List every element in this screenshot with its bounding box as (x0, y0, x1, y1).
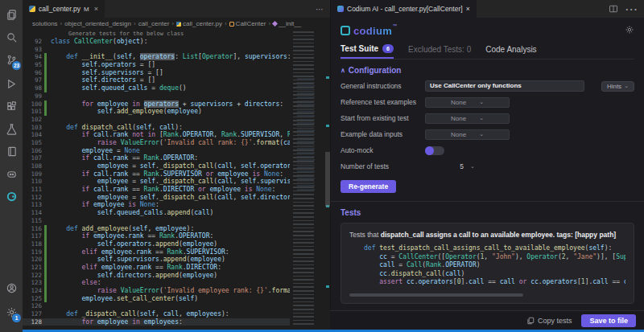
search-icon[interactable] (0, 27, 23, 47)
codium-icon[interactable] (0, 186, 23, 206)
code-line[interactable]: 126 (23, 302, 290, 310)
trademark: ™ (392, 23, 397, 28)
code-line[interactable]: 123 else: (23, 279, 290, 287)
assistant-icon[interactable] (0, 164, 23, 183)
run-debug-icon[interactable] (0, 74, 23, 93)
code-line[interactable]: 111 if call.rank == Rank.DIRECTOR or emp… (23, 186, 290, 194)
panel-settings-gear-icon[interactable] (625, 23, 634, 38)
scm-badge: 23 (12, 61, 21, 70)
example-data-inputs-select[interactable]: None ⌄ (425, 129, 510, 140)
breadcrumb-separator: › (134, 20, 136, 27)
codelens-generate-tests[interactable]: Generate tests for the below class (23, 30, 330, 38)
config-row-num-tests: Number of tests 5 ⌄ (341, 161, 634, 172)
code-line[interactable]: 121 elif employee.rank == Rank.DIRECTOR: (23, 264, 290, 272)
codium-panel-body: codium ™ Test Suite 6 Excluded Tests: 0 … (331, 18, 644, 308)
tab-code-analysis[interactable]: Code Analysis (485, 40, 536, 59)
config-row-automock: Auto-mock (341, 145, 634, 156)
code-line[interactable]: 108 employee = self._dispatch_call(call,… (23, 162, 290, 170)
code-line[interactable]: 105 raise ValueError('Invalid call rank:… (23, 139, 290, 147)
code-line[interactable]: 120 self.supervisors.append(employee) (23, 256, 290, 264)
more-actions-ellipsis-icon[interactable]: ⋯ (625, 2, 638, 17)
code-line[interactable]: 127 def _dispatch_call(self, call, emplo… (23, 310, 290, 318)
code-line[interactable]: 122 self.directors.append(employee) (23, 272, 290, 280)
codium-panel-tab[interactable]: Codium AI - call_center.py[CallCenter] × (331, 0, 477, 18)
code-line[interactable]: 92class CallCenter(object): (23, 38, 290, 46)
chevron-down-icon: ⌄ (479, 99, 484, 105)
auto-mock-label: Auto-mock (341, 146, 425, 154)
editor-tab[interactable]: call_center.py M × (23, 0, 105, 18)
code-line[interactable]: 112 employee = self._dispatch_call(call,… (23, 194, 290, 202)
hints-button[interactable]: Hints ⌄ (601, 81, 634, 92)
test-code-line: def test_dispatch_call_assigns_call_to_a… (364, 244, 625, 253)
code-line[interactable]: 100 for employee in operators + supervis… (23, 100, 290, 109)
account-icon[interactable] (0, 278, 23, 297)
configuration-section-header[interactable]: ∧ Configuration (341, 66, 634, 75)
breadcrumb[interactable]: solutions›object_oriented_design›call_ce… (23, 18, 330, 30)
code-line[interactable]: 96 self.supervisors = [] (23, 69, 290, 77)
code-line[interactable]: 128 for employee in employees: (23, 318, 290, 326)
test-card[interactable]: Tests that dispatch_call assigns a call … (341, 223, 634, 304)
code-line[interactable]: 114 self.queued_calls.append(call) (23, 209, 290, 217)
code-line[interactable]: 116 def add_employee(self, employee): (23, 225, 290, 233)
tab-test-suite[interactable]: Test Suite 6 (341, 40, 394, 59)
close-icon[interactable]: × (94, 5, 98, 13)
regenerate-button[interactable]: Re-generate (341, 180, 396, 193)
breadcrumb-item[interactable]: call_center.py (176, 20, 222, 27)
copy-tests-button[interactable]: Copy tests (526, 317, 572, 325)
notebook-icon[interactable] (0, 141, 23, 161)
code-line[interactable]: 103 def dispatch_call(self, call): (23, 124, 290, 132)
code-line[interactable]: 113 if employee is None: (23, 201, 290, 209)
number-of-tests-select[interactable]: 5 ⌄ (425, 162, 510, 170)
minimap[interactable] (290, 30, 325, 330)
class-icon (229, 22, 234, 27)
settings-badge: 1 (12, 314, 21, 322)
code-line[interactable]: 106 employee = None (23, 147, 290, 155)
code-line[interactable]: 97 self.directors = [] (23, 76, 290, 84)
breadcrumb-item[interactable]: solutions (32, 20, 58, 27)
code-line[interactable]: 107 if call.rank == Rank.OPERATOR: (23, 154, 290, 162)
start-from-existing-test-select[interactable]: None ⌄ (425, 113, 510, 124)
reference-test-examples-select[interactable]: None ⌄ (425, 97, 510, 108)
python-file-icon (29, 6, 35, 12)
horizontal-scrollbar[interactable] (349, 293, 523, 297)
close-icon[interactable]: × (466, 5, 470, 13)
codium-panel: Codium AI - call_center.py[CallCenter] ×… (330, 0, 644, 330)
chevron-down-icon: ⌄ (624, 83, 629, 89)
editor-actions-ellipsis-icon[interactable]: ⋯ (309, 5, 330, 14)
collapse-caret-icon[interactable]: ∧ (341, 67, 345, 74)
source-control-icon[interactable]: 23 (0, 50, 23, 69)
breadcrumb-item[interactable]: call_center (138, 20, 170, 27)
explorer-icon[interactable] (0, 5, 23, 24)
breadcrumb-separator: › (60, 20, 63, 27)
test-beaker-icon[interactable] (0, 119, 23, 138)
code-line[interactable]: 94 def __init__(self, operators: List[Op… (23, 53, 290, 61)
split-editor-icon[interactable] (609, 4, 618, 14)
code-line[interactable]: 115 (23, 217, 290, 225)
code-line[interactable]: 110 employee = self._dispatch_call(call,… (23, 178, 290, 186)
code-line[interactable]: 99 (23, 92, 290, 100)
code-line[interactable]: 118 self.operators.append(employee) (23, 240, 290, 248)
code-line[interactable]: 124 raise ValueError('Invalid employee r… (23, 287, 290, 295)
code-line[interactable]: 125 employee.set_call_center(self) (23, 295, 290, 303)
code-area[interactable]: Generate tests for the below class 92cla… (23, 30, 330, 330)
code-line[interactable]: 93 (23, 46, 290, 54)
code-line[interactable]: 95 self.operators = [] (23, 61, 290, 69)
tab-excluded-tests[interactable]: Excluded Tests: 0 (408, 40, 471, 59)
breadcrumb-item[interactable]: CallCenter (229, 20, 266, 27)
code-line[interactable]: 98 self.queued_calls = deque() (23, 84, 290, 92)
code-line[interactable]: 102 (23, 116, 290, 124)
code-line[interactable]: 117 if employee.rank == Rank.OPERATOR: (23, 232, 290, 240)
code-line[interactable]: 119 elif employee.rank == Rank.SUPERVISO… (23, 248, 290, 256)
chevron-down-icon: ⌄ (479, 115, 484, 121)
settings-gear-icon[interactable]: 1 (0, 302, 23, 322)
extensions-icon[interactable] (0, 96, 23, 116)
save-to-file-button[interactable]: Save to file (581, 314, 636, 327)
code-line[interactable]: 101 self.add_employee(employee) (23, 108, 290, 116)
general-instructions-input[interactable]: Use CallCenter only functions (425, 80, 584, 92)
breadcrumb-item[interactable]: object_oriented_design (64, 20, 131, 27)
auto-mock-toggle[interactable] (425, 146, 444, 155)
breadcrumb-item[interactable]: __init__ (273, 20, 301, 27)
code-line[interactable]: 109 if call.rank == Rank.SUPERVISOR or e… (23, 170, 290, 178)
number-of-tests-label: Number of tests (341, 162, 425, 170)
code-line[interactable]: 104 if call.rank not in [Rank.OPERATOR, … (23, 131, 290, 139)
